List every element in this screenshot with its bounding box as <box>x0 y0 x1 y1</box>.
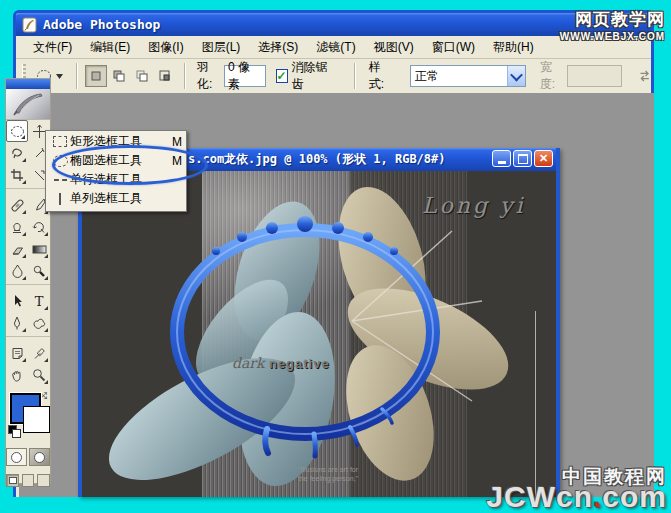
menu-image[interactable]: 图像(I) <box>139 36 192 59</box>
single-row-marquee-icon <box>50 179 70 181</box>
maximize-icon <box>518 154 528 164</box>
signature-text: Long yi <box>422 193 526 218</box>
menu-layer[interactable]: 图层(L) <box>193 36 250 59</box>
divider <box>184 63 185 89</box>
subtract-from-selection-icon <box>135 69 149 83</box>
style-dropdown[interactable]: 正常 <box>410 65 526 87</box>
caption-text: dark negative <box>232 354 330 372</box>
new-selection-button[interactable] <box>85 65 107 87</box>
antialias-checkbox[interactable]: ✓ <box>276 69 288 83</box>
lasso-tool[interactable] <box>6 142 28 164</box>
antialias-label: 消除锯齿 <box>292 59 332 93</box>
close-icon: ✕ <box>539 152 548 165</box>
tool-grid: T <box>6 120 50 386</box>
close-button[interactable]: ✕ <box>534 150 553 167</box>
photoshop-feather-logo <box>6 89 50 120</box>
eraser-tool[interactable] <box>6 238 28 260</box>
intersect-selection-button[interactable] <box>154 65 176 87</box>
clone-stamp-tool[interactable] <box>6 216 28 238</box>
annotation-ellipse <box>52 145 208 185</box>
menu-edit[interactable]: 编辑(E) <box>81 36 139 59</box>
quote-text: "Illusions are art for the feeling perso… <box>298 465 358 483</box>
new-selection-icon <box>90 70 102 82</box>
mask-mode-buttons <box>6 448 50 466</box>
divider <box>354 63 355 89</box>
menu-filter[interactable]: 滤镜(T) <box>307 36 364 59</box>
eyedropper-tool[interactable] <box>28 342 50 364</box>
standard-mode-icon <box>11 452 22 463</box>
crop-tool[interactable] <box>6 164 28 186</box>
feather-label: 羽化: <box>197 59 220 93</box>
menu-file[interactable]: 文件(F) <box>24 36 81 59</box>
width-input <box>567 65 622 87</box>
window-title: Adobe Photoshop <box>43 17 160 32</box>
background-color-swatch[interactable] <box>23 406 50 433</box>
document-window-controls: ✕ <box>492 150 553 167</box>
minimize-icon <box>498 161 506 164</box>
red-dot: . <box>593 480 602 513</box>
quick-mask-mode-button[interactable] <box>29 448 50 466</box>
flower-artwork <box>82 171 556 497</box>
menu-view[interactable]: 视图(V) <box>365 36 423 59</box>
svg-text:T: T <box>35 295 44 308</box>
intersect-selection-icon <box>158 69 172 83</box>
options-bar: 羽化: 0 像素 ✓ 消除锯齿 样式: 正常 宽度: <box>16 59 651 94</box>
path-selection-tool[interactable] <box>6 290 28 312</box>
width-label: 宽度: <box>540 59 563 93</box>
single-col-marquee-icon <box>50 193 70 205</box>
chevron-down-icon <box>510 68 523 81</box>
screen-mode-buttons <box>6 474 50 487</box>
feather-input[interactable]: 0 像素 <box>224 65 266 87</box>
elliptical-marquee-tool[interactable] <box>6 120 28 142</box>
subtract-from-selection-button[interactable] <box>131 65 153 87</box>
standard-mode-button[interactable] <box>6 448 27 466</box>
photoshop-app-icon <box>22 17 38 33</box>
hand-tool[interactable] <box>6 364 28 386</box>
fullscreen-button[interactable] <box>37 474 50 487</box>
standard-screen-button[interactable] <box>6 474 19 487</box>
color-swatch-area: ⤨ <box>6 390 50 442</box>
flyout-item-single-col-marquee[interactable]: 单列选框工具 <box>46 189 186 208</box>
healing-brush-tool[interactable] <box>6 194 28 216</box>
menu-window[interactable]: 窗口(W) <box>423 36 484 59</box>
zoom-tool[interactable] <box>28 364 50 386</box>
fullscreen-menubar-button[interactable] <box>22 474 35 487</box>
minimize-button[interactable] <box>492 150 511 167</box>
pen-tool[interactable] <box>6 312 28 334</box>
dropdown-arrow-button[interactable] <box>507 66 525 86</box>
toolbox-grip[interactable] <box>6 79 50 89</box>
check-icon: ✓ <box>277 71 287 81</box>
chevron-down-icon <box>56 74 63 79</box>
menu-select[interactable]: 选择(S) <box>249 36 307 59</box>
dodge-tool[interactable] <box>28 260 50 282</box>
rect-marquee-icon <box>50 136 70 147</box>
maximize-button[interactable] <box>513 150 532 167</box>
title-bar[interactable]: Adobe Photoshop <box>16 13 651 36</box>
quick-mask-icon <box>34 452 45 463</box>
type-tool[interactable]: T <box>28 290 50 312</box>
watermark-jcwcn: 中国教程网 JCWcn.com <box>486 467 667 507</box>
custom-shape-tool[interactable] <box>28 312 50 334</box>
gradient-tool[interactable] <box>28 238 50 260</box>
menu-help[interactable]: 帮助(H) <box>484 36 543 59</box>
notes-tool[interactable] <box>6 342 28 364</box>
feather-value: 0 像素 <box>228 59 262 93</box>
divider <box>76 63 77 89</box>
swap-arrows-icon[interactable] <box>638 69 651 83</box>
selection-mode-buttons <box>85 65 176 87</box>
add-to-selection-icon <box>112 69 126 83</box>
history-brush-tool[interactable] <box>28 216 50 238</box>
style-value: 正常 <box>411 66 507 86</box>
blur-tool[interactable] <box>6 260 28 282</box>
add-to-selection-button[interactable] <box>108 65 130 87</box>
watermark-webjx: 网页教学网 WWW.WEBJX.COM <box>560 8 665 42</box>
canvas-area[interactable]: Long yi dark negative "Illusions are art… <box>82 171 556 497</box>
style-label: 样式: <box>369 59 392 93</box>
menu-bar: 文件(F) 编辑(E) 图像(I) 图层(L) 选择(S) 滤镜(T) 视图(V… <box>16 36 651 59</box>
default-colors-icon[interactable] <box>8 425 20 437</box>
